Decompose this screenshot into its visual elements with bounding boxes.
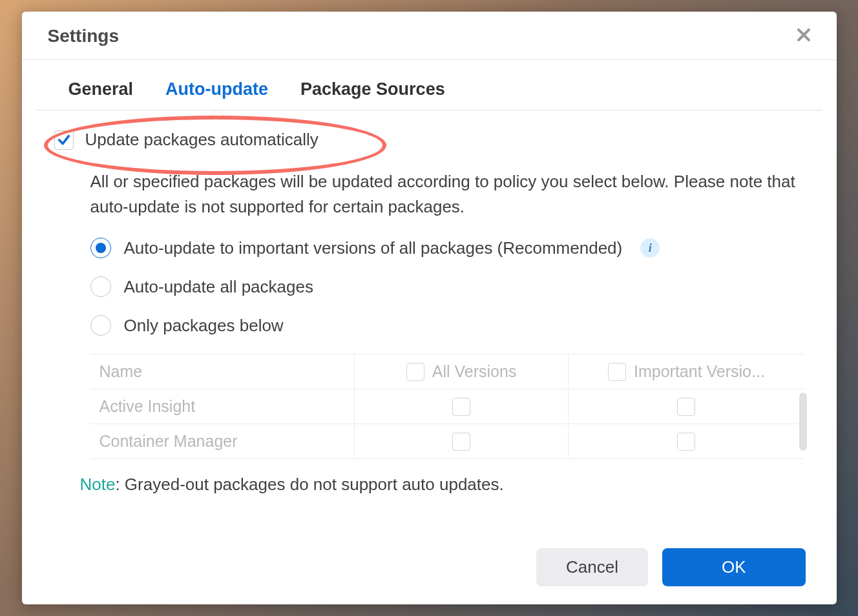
row-important-versions-checkbox[interactable] [677,398,695,416]
radio-important-label: Auto-update to important versions of all… [124,238,623,258]
radio-all[interactable] [90,276,111,297]
row-all-versions-checkbox[interactable] [452,398,470,416]
radio-below[interactable] [90,315,111,336]
package-name-cell: Container Manager [90,424,355,459]
update-auto-label: Update packages automatically [85,130,319,150]
col-header-name: Name [90,354,355,389]
tab-package-sources[interactable]: Package Sources [300,79,445,110]
radio-below-label: Only packages below [124,316,284,336]
ok-button[interactable]: OK [662,548,806,586]
row-important-versions-checkbox[interactable] [677,433,695,451]
table-row: Active Insight [90,389,804,424]
note-label: Note [80,475,116,494]
policy-radio-group: Auto-update to important versions of all… [90,238,804,336]
radio-row-important: Auto-update to important versions of all… [90,238,804,258]
update-auto-checkbox[interactable] [54,130,74,150]
packages-table-wrapper: Name All Versions Important Versio... [90,354,804,459]
tab-content: Update packages automatically All or spe… [22,110,837,537]
radio-row-below: Only packages below [90,315,804,336]
col-header-important-versions: Important Versio... [569,354,804,389]
packages-table: Name All Versions Important Versio... [90,354,804,459]
col-header-important-text: Important Versio... [634,362,765,381]
radio-all-label: Auto-update all packages [124,277,313,297]
tab-general[interactable]: General [68,79,134,110]
all-versions-header-checkbox[interactable] [406,363,424,381]
col-header-all-text: All Versions [432,362,517,381]
tabs: General Auto-update Package Sources [36,60,822,110]
important-versions-header-checkbox[interactable] [608,363,626,381]
auto-update-description: All or specified packages will be update… [90,169,804,220]
table-row: Container Manager [90,424,804,459]
radio-row-all: Auto-update all packages [90,276,804,297]
radio-important[interactable] [90,238,111,258]
dialog-title: Settings [48,26,119,46]
row-all-versions-checkbox[interactable] [452,433,470,451]
dialog-header: Settings [22,12,837,60]
note-text: Note: Grayed-out packages do not support… [80,475,804,495]
scrollbar-thumb[interactable] [799,393,807,451]
col-header-name-text: Name [99,362,143,380]
info-icon[interactable]: i [640,238,660,258]
close-icon[interactable] [793,26,815,46]
cancel-button[interactable]: Cancel [536,548,648,586]
note-body: : Grayed-out packages do not support aut… [115,475,503,494]
package-name-cell: Active Insight [90,389,355,424]
tab-auto-update[interactable]: Auto-update [165,79,268,110]
dialog-footer: Cancel OK [22,537,837,604]
update-auto-row: Update packages automatically [54,130,804,150]
settings-dialog: Settings General Auto-update Package Sou… [22,12,837,604]
col-header-all-versions: All Versions [354,354,569,389]
